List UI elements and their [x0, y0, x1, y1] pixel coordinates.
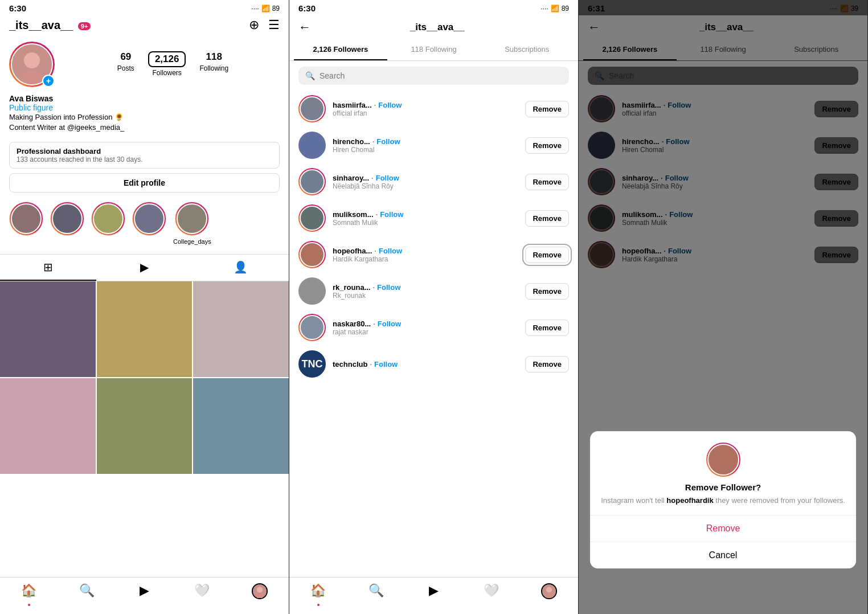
status-icons-p1: ···· 📶 89 [251, 5, 280, 13]
search-bar: 🔍 [298, 67, 569, 85]
status-icons-p2: ···· 📶 89 [541, 5, 569, 13]
remove-follower-button[interactable]: Remove [525, 356, 569, 373]
nav-reels[interactable]: ▶ [116, 583, 173, 603]
dialog-title: Remove Follower? [599, 482, 847, 492]
remove-follower-button[interactable]: Remove [525, 174, 569, 190]
profile-bio: Ava Biswas Public figure Making Passion … [0, 92, 289, 137]
grid-cell[interactable] [97, 378, 193, 474]
svg-point-1 [24, 52, 40, 68]
highlight-item[interactable] [9, 202, 43, 245]
highlight-item[interactable] [91, 202, 125, 245]
nav-search[interactable]: 🔍 [58, 583, 115, 603]
following-stat[interactable]: 118 Following [199, 51, 228, 77]
svg-point-7 [546, 587, 552, 592]
follow-button[interactable]: Follow [376, 137, 400, 146]
followers-topbar: ← _its__ava__ [289, 15, 578, 39]
follow-button[interactable]: Follow [374, 360, 398, 369]
edit-profile-button[interactable]: Edit profile [9, 173, 280, 193]
follower-avatar[interactable] [298, 241, 326, 268]
follower-username[interactable]: hirencho...·Follow [333, 137, 518, 146]
follower-avatar[interactable] [298, 132, 326, 159]
grid-cell[interactable] [193, 378, 289, 474]
remove-follower-button[interactable]: Remove [525, 320, 569, 336]
nav-home[interactable]: 🏠 [289, 583, 347, 603]
follower-realname: rajat naskar [333, 328, 518, 336]
following-label: Following [199, 64, 228, 72]
grid-cell[interactable] [0, 281, 96, 377]
remove-follower-button[interactable]: Remove [525, 210, 569, 227]
follower-avatar[interactable] [298, 95, 326, 122]
follower-realname: Nëelabjâ Sĩnha Rôy [333, 182, 518, 190]
remove-follower-button-highlighted[interactable]: Remove [525, 247, 569, 263]
grid-cell[interactable] [193, 281, 289, 377]
highlight-item-college-days[interactable]: College_days [173, 202, 211, 245]
remove-follower-button[interactable]: Remove [525, 137, 569, 154]
follow-button[interactable]: Follow [380, 210, 403, 219]
search-input[interactable] [320, 71, 562, 80]
dialog-cancel-button[interactable]: Cancel [590, 542, 856, 568]
nav-activity[interactable]: 🤍 [462, 583, 520, 603]
time-p1: 6:30 [9, 3, 26, 13]
posts-label: Posts [117, 64, 134, 72]
tab-grid[interactable]: ⊞ [0, 255, 96, 281]
professional-dashboard[interactable]: Professional dashboard 133 accounts reac… [9, 142, 280, 169]
posts-count: 69 [117, 51, 134, 63]
follower-avatar[interactable] [298, 168, 326, 195]
posts-stat: 69 Posts [117, 51, 134, 77]
follower-username[interactable]: naskar80...·Follow [333, 320, 518, 328]
category[interactable]: Public figure [9, 103, 280, 112]
grid-cell[interactable] [0, 378, 96, 474]
display-name: Ava Biswas [9, 94, 280, 103]
bio-line2: Content Writer at @igeeks_media_ [9, 122, 280, 133]
menu-icon[interactable]: ☰ [268, 18, 280, 32]
avatar-wrap: + [9, 42, 55, 87]
follower-username[interactable]: rk_rouna...·Follow [333, 283, 518, 292]
follow-button[interactable]: Follow [377, 283, 400, 292]
add-post-icon[interactable]: ⊕ [249, 18, 259, 32]
follow-button[interactable]: Follow [379, 247, 402, 255]
nav-profile[interactable] [231, 583, 289, 603]
profile-username: _its__ava__ [9, 19, 73, 31]
tab-reels[interactable]: ▶ [96, 255, 193, 281]
bio-line1: Making Passion into Profession 🌻 [9, 112, 280, 122]
follow-button[interactable]: Follow [378, 320, 401, 328]
follower-username[interactable]: sinharoy...·Follow [333, 174, 518, 182]
highlights-row: College_days [0, 197, 289, 249]
nav-profile[interactable] [521, 583, 578, 603]
back-button[interactable]: ← [298, 20, 311, 35]
follower-username[interactable]: muliksom...·Follow [333, 210, 518, 219]
wifi-icon: 📶 [261, 5, 270, 13]
follow-button[interactable]: Follow [376, 174, 399, 182]
follower-info: hopeofha...·Follow Hardik Kargathara [333, 247, 518, 263]
highlight-item[interactable] [132, 202, 166, 245]
notification-badge[interactable]: 9+ [78, 22, 91, 30]
battery-icon: 89 [272, 5, 280, 13]
follower-avatar[interactable] [298, 277, 326, 305]
tab-tagged[interactable]: 👤 [193, 255, 289, 281]
dialog-remove-button[interactable]: Remove [590, 515, 856, 542]
tab-following[interactable]: 118 Following [387, 39, 481, 60]
follower-avatar[interactable] [298, 314, 326, 341]
nav-search[interactable]: 🔍 [347, 583, 404, 603]
nav-home[interactable]: 🏠 [0, 583, 58, 603]
follower-avatar[interactable]: TNC [298, 350, 326, 378]
remove-follower-button[interactable]: Remove [525, 283, 569, 300]
follower-username[interactable]: hopeofha...·Follow [333, 247, 518, 255]
tab-subscriptions[interactable]: Subscriptions [480, 39, 574, 60]
follower-info: sinharoy...·Follow Nëelabjâ Sĩnha Rôy [333, 174, 518, 190]
highlight-item[interactable] [50, 202, 84, 245]
tab-followers[interactable]: 2,126 Followers [294, 39, 387, 60]
page-title: _its__ava__ [318, 22, 556, 33]
nav-activity[interactable]: 🤍 [173, 583, 231, 603]
follow-button[interactable]: Follow [378, 101, 402, 109]
add-to-story-button[interactable]: + [42, 75, 55, 87]
grid-cell[interactable] [97, 281, 193, 377]
time-p2: 6:30 [298, 3, 316, 13]
followers-stat[interactable]: 2,126 Followers [148, 51, 186, 77]
bottom-nav-p2: 🏠 🔍 ▶ 🤍 [289, 577, 578, 614]
follower-username[interactable]: technclub·Follow [333, 360, 518, 369]
remove-follower-button[interactable]: Remove [525, 101, 569, 117]
follower-avatar[interactable] [298, 204, 326, 232]
follower-username[interactable]: hasmiirfa...·Follow [333, 101, 518, 109]
nav-reels[interactable]: ▶ [405, 583, 462, 603]
